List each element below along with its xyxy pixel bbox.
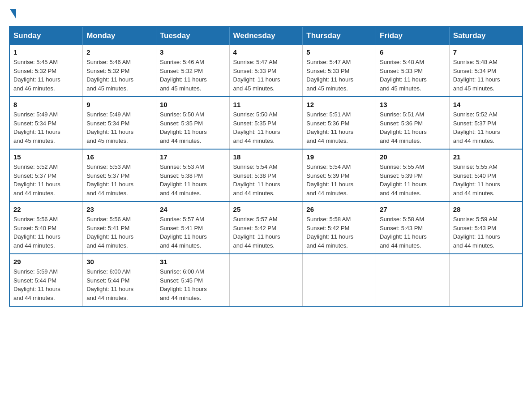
day-info: Sunrise: 5:59 AMSunset: 5:44 PMDaylight:…	[13, 267, 79, 302]
day-number: 15	[13, 153, 79, 161]
day-number: 30	[86, 258, 152, 265]
day-number: 31	[160, 258, 226, 265]
calendar-day-cell: 2 Sunrise: 5:46 AMSunset: 5:32 PMDayligh…	[83, 45, 156, 97]
calendar-week-row: 29 Sunrise: 5:59 AMSunset: 5:44 PMDaylig…	[9, 254, 523, 306]
day-info: Sunrise: 5:47 AMSunset: 5:33 PMDaylight:…	[233, 58, 299, 93]
day-number: 14	[453, 101, 519, 108]
calendar-day-cell: 5 Sunrise: 5:47 AMSunset: 5:33 PMDayligh…	[303, 45, 376, 97]
day-number: 1	[13, 48, 79, 56]
day-info: Sunrise: 5:54 AMSunset: 5:38 PMDaylight:…	[233, 163, 299, 197]
calendar-day-cell: 12 Sunrise: 5:51 AMSunset: 5:36 PMDaylig…	[303, 97, 376, 149]
day-number: 25	[233, 206, 299, 213]
calendar-day-cell: 1 Sunrise: 5:45 AMSunset: 5:32 PMDayligh…	[9, 45, 83, 97]
calendar-day-cell: 15 Sunrise: 5:52 AMSunset: 5:37 PMDaylig…	[9, 149, 83, 201]
calendar-empty-cell	[376, 254, 450, 306]
header-wednesday: Wednesday	[229, 26, 303, 45]
day-info: Sunrise: 5:53 AMSunset: 5:37 PMDaylight:…	[86, 163, 152, 197]
day-number: 29	[13, 258, 79, 265]
day-info: Sunrise: 5:49 AMSunset: 5:34 PMDaylight:…	[86, 110, 152, 145]
day-info: Sunrise: 5:55 AMSunset: 5:39 PMDaylight:…	[380, 163, 446, 197]
day-info: Sunrise: 5:45 AMSunset: 5:32 PMDaylight:…	[13, 58, 79, 93]
day-number: 5	[306, 48, 372, 56]
day-number: 20	[380, 153, 446, 161]
calendar-day-cell: 16 Sunrise: 5:53 AMSunset: 5:37 PMDaylig…	[83, 149, 156, 201]
calendar-day-cell: 25 Sunrise: 5:57 AMSunset: 5:42 PMDaylig…	[229, 201, 303, 254]
day-info: Sunrise: 5:55 AMSunset: 5:40 PMDaylight:…	[453, 163, 519, 197]
day-number: 3	[160, 48, 226, 56]
day-info: Sunrise: 5:50 AMSunset: 5:35 PMDaylight:…	[233, 110, 299, 145]
calendar-day-cell: 19 Sunrise: 5:54 AMSunset: 5:39 PMDaylig…	[303, 149, 376, 201]
calendar-day-cell: 30 Sunrise: 6:00 AMSunset: 5:44 PMDaylig…	[83, 254, 156, 306]
calendar-day-cell: 13 Sunrise: 5:51 AMSunset: 5:36 PMDaylig…	[376, 97, 450, 149]
calendar-day-cell: 28 Sunrise: 5:59 AMSunset: 5:43 PMDaylig…	[449, 201, 523, 254]
day-info: Sunrise: 6:00 AMSunset: 5:44 PMDaylight:…	[86, 267, 152, 302]
day-number: 26	[306, 206, 372, 213]
day-number: 6	[380, 48, 446, 56]
calendar-day-cell: 29 Sunrise: 5:59 AMSunset: 5:44 PMDaylig…	[9, 254, 83, 306]
calendar-day-cell: 7 Sunrise: 5:48 AMSunset: 5:34 PMDayligh…	[449, 45, 523, 97]
day-info: Sunrise: 5:49 AMSunset: 5:34 PMDaylight:…	[13, 110, 79, 145]
calendar-day-cell: 24 Sunrise: 5:57 AMSunset: 5:41 PMDaylig…	[156, 201, 229, 254]
logo-arrow-icon	[10, 9, 16, 19]
day-number: 11	[233, 101, 299, 108]
calendar-day-cell: 3 Sunrise: 5:46 AMSunset: 5:32 PMDayligh…	[156, 45, 229, 97]
header-sunday: Sunday	[9, 26, 83, 45]
day-info: Sunrise: 5:57 AMSunset: 5:42 PMDaylight:…	[233, 215, 299, 250]
day-info: Sunrise: 5:48 AMSunset: 5:34 PMDaylight:…	[453, 58, 519, 93]
calendar-empty-cell	[229, 254, 303, 306]
calendar-empty-cell	[449, 254, 523, 306]
header-saturday: Saturday	[449, 26, 523, 45]
calendar-day-cell: 14 Sunrise: 5:52 AMSunset: 5:37 PMDaylig…	[449, 97, 523, 149]
calendar-week-row: 1 Sunrise: 5:45 AMSunset: 5:32 PMDayligh…	[9, 45, 523, 97]
calendar-day-cell: 20 Sunrise: 5:55 AMSunset: 5:39 PMDaylig…	[376, 149, 450, 201]
calendar-day-cell: 22 Sunrise: 5:56 AMSunset: 5:40 PMDaylig…	[9, 201, 83, 254]
day-info: Sunrise: 5:56 AMSunset: 5:40 PMDaylight:…	[13, 215, 79, 250]
day-info: Sunrise: 5:59 AMSunset: 5:43 PMDaylight:…	[453, 215, 519, 250]
day-info: Sunrise: 5:51 AMSunset: 5:36 PMDaylight:…	[380, 110, 446, 145]
calendar-day-cell: 31 Sunrise: 6:00 AMSunset: 5:45 PMDaylig…	[156, 254, 229, 306]
day-number: 18	[233, 153, 299, 161]
calendar-empty-cell	[303, 254, 376, 306]
day-info: Sunrise: 6:00 AMSunset: 5:45 PMDaylight:…	[160, 267, 226, 302]
calendar-day-cell: 17 Sunrise: 5:53 AMSunset: 5:38 PMDaylig…	[156, 149, 229, 201]
day-info: Sunrise: 5:52 AMSunset: 5:37 PMDaylight:…	[13, 163, 79, 197]
header-tuesday: Tuesday	[156, 26, 229, 45]
day-number: 28	[453, 206, 519, 213]
day-number: 13	[380, 101, 446, 108]
day-number: 10	[160, 101, 226, 108]
day-number: 23	[86, 206, 152, 213]
day-info: Sunrise: 5:46 AMSunset: 5:32 PMDaylight:…	[86, 58, 152, 93]
day-info: Sunrise: 5:57 AMSunset: 5:41 PMDaylight:…	[160, 215, 226, 250]
day-info: Sunrise: 5:50 AMSunset: 5:35 PMDaylight:…	[160, 110, 226, 145]
day-number: 16	[86, 153, 152, 161]
calendar-day-cell: 6 Sunrise: 5:48 AMSunset: 5:33 PMDayligh…	[376, 45, 450, 97]
day-number: 17	[160, 153, 226, 161]
calendar-day-cell: 10 Sunrise: 5:50 AMSunset: 5:35 PMDaylig…	[156, 97, 229, 149]
day-number: 19	[306, 153, 372, 161]
day-number: 8	[13, 101, 79, 108]
day-number: 2	[86, 48, 152, 56]
logo	[9, 9, 16, 17]
calendar-day-cell: 11 Sunrise: 5:50 AMSunset: 5:35 PMDaylig…	[229, 97, 303, 149]
day-info: Sunrise: 5:47 AMSunset: 5:33 PMDaylight:…	[306, 58, 372, 93]
calendar-week-row: 15 Sunrise: 5:52 AMSunset: 5:37 PMDaylig…	[9, 149, 523, 201]
day-info: Sunrise: 5:56 AMSunset: 5:41 PMDaylight:…	[86, 215, 152, 250]
header-monday: Monday	[83, 26, 156, 45]
day-number: 21	[453, 153, 519, 161]
day-info: Sunrise: 5:58 AMSunset: 5:43 PMDaylight:…	[380, 215, 446, 250]
day-number: 4	[233, 48, 299, 56]
calendar-header-row: SundayMondayTuesdayWednesdayThursdayFrid…	[9, 26, 523, 45]
day-info: Sunrise: 5:53 AMSunset: 5:38 PMDaylight:…	[160, 163, 226, 197]
calendar-week-row: 22 Sunrise: 5:56 AMSunset: 5:40 PMDaylig…	[9, 201, 523, 254]
day-info: Sunrise: 5:46 AMSunset: 5:32 PMDaylight:…	[160, 58, 226, 93]
calendar-day-cell: 26 Sunrise: 5:58 AMSunset: 5:42 PMDaylig…	[303, 201, 376, 254]
page-header	[9, 9, 523, 17]
calendar-day-cell: 9 Sunrise: 5:49 AMSunset: 5:34 PMDayligh…	[83, 97, 156, 149]
day-number: 12	[306, 101, 372, 108]
calendar-day-cell: 4 Sunrise: 5:47 AMSunset: 5:33 PMDayligh…	[229, 45, 303, 97]
calendar-day-cell: 8 Sunrise: 5:49 AMSunset: 5:34 PMDayligh…	[9, 97, 83, 149]
day-number: 9	[86, 101, 152, 108]
day-info: Sunrise: 5:54 AMSunset: 5:39 PMDaylight:…	[306, 163, 372, 197]
day-number: 24	[160, 206, 226, 213]
day-info: Sunrise: 5:51 AMSunset: 5:36 PMDaylight:…	[306, 110, 372, 145]
